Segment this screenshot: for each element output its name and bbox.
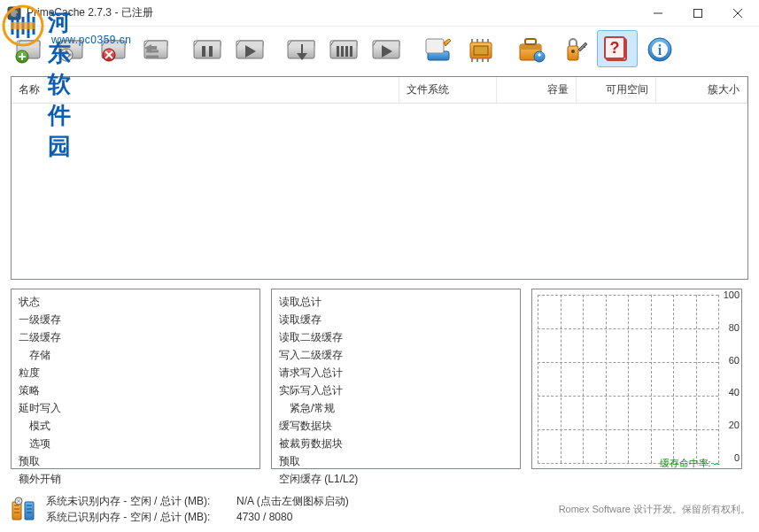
preferences-button[interactable] — [418, 30, 459, 67]
pause-all-button[interactable] — [188, 30, 228, 67]
svg-rect-28 — [337, 46, 339, 57]
cache-config-panel: 状态一级缓存二级缓存 存储粒度策略延时写入 模式 选项预取额外开销 — [11, 289, 260, 469]
stat-label: 空闲缓存 (L1/L2) — [279, 472, 368, 487]
svg-rect-23 — [202, 46, 205, 57]
stat-label: 二级缓存 — [19, 330, 107, 345]
volume-table[interactable]: 名称 文件系统 容量 可用空间 簇大小 — [11, 76, 748, 280]
y-tick-label: 80 — [720, 322, 740, 333]
stat-row: 紧急/常规 — [272, 399, 520, 417]
app-icon — [7, 6, 21, 20]
stat-row: 缓写数据块 — [272, 417, 520, 435]
stat-row: 实际写入总计 — [272, 382, 520, 399]
copyright-text: Romex Software 设计开发。保留所有权利。 — [559, 503, 750, 516]
maximize-button[interactable] — [678, 0, 717, 26]
new-cache-task-button[interactable] — [9, 30, 50, 67]
stat-row: 读取二级缓存 — [272, 328, 520, 346]
stat-label: 读取二级缓存 — [279, 330, 368, 345]
managed-mem-value: 4730 / 8080 — [236, 509, 292, 525]
table-header-row: 名称 文件系统 容量 可用空间 簇大小 — [12, 77, 747, 104]
svg-rect-31 — [350, 46, 352, 57]
stat-row: 存储 — [12, 346, 259, 364]
flush-caches-button[interactable] — [282, 30, 322, 67]
svg-rect-36 — [474, 46, 488, 55]
svg-text:i: i — [658, 42, 662, 58]
svg-rect-5 — [693, 9, 701, 17]
license-key-button[interactable] — [554, 30, 595, 67]
chart-caption: 缓存命中率: -- — [660, 457, 720, 470]
y-tick-label: 0 — [720, 452, 740, 463]
delete-cache-button[interactable] — [94, 30, 135, 67]
stat-label: 预取 — [279, 454, 368, 469]
stat-row: 二级缓存 — [12, 328, 259, 346]
stat-row: 延时写入 — [12, 399, 259, 417]
stat-row: 状态 — [12, 293, 259, 311]
close-button[interactable] — [717, 0, 757, 26]
stop-cache-button[interactable] — [136, 30, 177, 67]
unmanaged-mem-value: N/A (点击左侧图标启动) — [236, 493, 349, 509]
y-tick-label: 40 — [720, 387, 740, 397]
stat-row: 预取 — [272, 452, 520, 470]
hit-rate-chart-panel: 100806040200 缓存命中率: -- — [531, 289, 742, 469]
stat-row: 空闲缓存 (L1/L2) — [272, 470, 520, 488]
stat-row: 被裁剪数据块 — [272, 435, 520, 452]
status-footer: 系统未识别内存 - 空闲 / 总计 (MB): N/A (点击左侧图标启动) 系… — [9, 493, 750, 525]
stat-row: 写入二级缓存 — [272, 346, 520, 364]
stat-label: 写入二级缓存 — [279, 348, 368, 363]
svg-point-3 — [11, 10, 18, 17]
column-free[interactable]: 可用空间 — [577, 77, 656, 103]
stat-label: 选项 — [19, 436, 107, 451]
memory-icon[interactable] — [9, 495, 37, 523]
column-filesystem[interactable]: 文件系统 — [399, 77, 497, 103]
stat-row: 粒度 — [12, 364, 259, 382]
svg-rect-30 — [345, 46, 348, 57]
stat-row: 读取总计 — [272, 293, 520, 311]
stat-label: 额外开销 — [19, 472, 107, 487]
reset-stats-button[interactable] — [324, 30, 365, 67]
stat-row: 读取缓存 — [272, 311, 520, 328]
stat-row: 模式 — [12, 417, 259, 435]
stat-row: 预取 — [12, 452, 259, 470]
stat-label: 被裁剪数据块 — [279, 436, 368, 451]
managed-mem-label: 系统已识别内存 - 空闲 / 总计 (MB): — [46, 509, 236, 525]
stat-label: 一级缓存 — [19, 312, 107, 328]
stat-label: 模式 — [19, 419, 107, 434]
stat-row: 请求写入总计 — [272, 364, 520, 382]
start-all-button[interactable] — [367, 30, 407, 67]
column-name[interactable]: 名称 — [12, 77, 399, 103]
stat-label: 请求写入总计 — [279, 366, 368, 381]
window-titlebar: PrimoCache 2.7.3 - 已注册 — [0, 0, 759, 27]
cache-stats-panel: 读取总计读取缓存读取二级缓存写入二级缓存请求写入总计实际写入总计 紧急/常规缓写… — [271, 289, 521, 469]
column-cluster[interactable]: 簇大小 — [656, 77, 747, 103]
main-toolbar: ? i — [0, 27, 759, 71]
stat-label: 紧急/常规 — [279, 401, 368, 416]
svg-rect-58 — [25, 502, 34, 520]
help-button[interactable]: ? — [597, 30, 638, 67]
svg-point-50 — [571, 50, 575, 53]
svg-rect-24 — [209, 46, 213, 57]
stat-label: 预取 — [19, 454, 107, 469]
memory-mgmt-button[interactable] — [461, 30, 501, 67]
hit-rate-chart — [538, 295, 718, 463]
minimize-button[interactable] — [638, 0, 678, 26]
stat-label: 粒度 — [19, 366, 107, 381]
stat-label: 策略 — [19, 383, 107, 398]
about-button[interactable]: i — [639, 30, 680, 67]
svg-text:?: ? — [610, 39, 620, 57]
table-body[interactable] — [12, 104, 747, 279]
unmanaged-mem-label: 系统未识别内存 - 空闲 / 总计 (MB): — [46, 493, 236, 509]
y-tick-label: 60 — [720, 355, 740, 366]
window-title: PrimoCache 2.7.3 - 已注册 — [27, 5, 638, 20]
resume-all-button[interactable] — [230, 30, 271, 67]
config-cache-button[interactable] — [51, 30, 92, 67]
stat-label: 缓写数据块 — [279, 419, 368, 434]
stat-label: 实际写入总计 — [279, 383, 368, 398]
column-capacity[interactable]: 容量 — [497, 77, 577, 103]
svg-point-14 — [64, 52, 69, 58]
stat-row: 额外开销 — [12, 470, 259, 488]
stat-row: 选项 — [12, 435, 259, 452]
svg-rect-34 — [426, 39, 444, 53]
svg-rect-29 — [341, 46, 344, 57]
stat-label: 延时写入 — [19, 401, 107, 416]
stat-label: 读取缓存 — [279, 312, 368, 328]
purchase-button[interactable] — [512, 30, 553, 67]
